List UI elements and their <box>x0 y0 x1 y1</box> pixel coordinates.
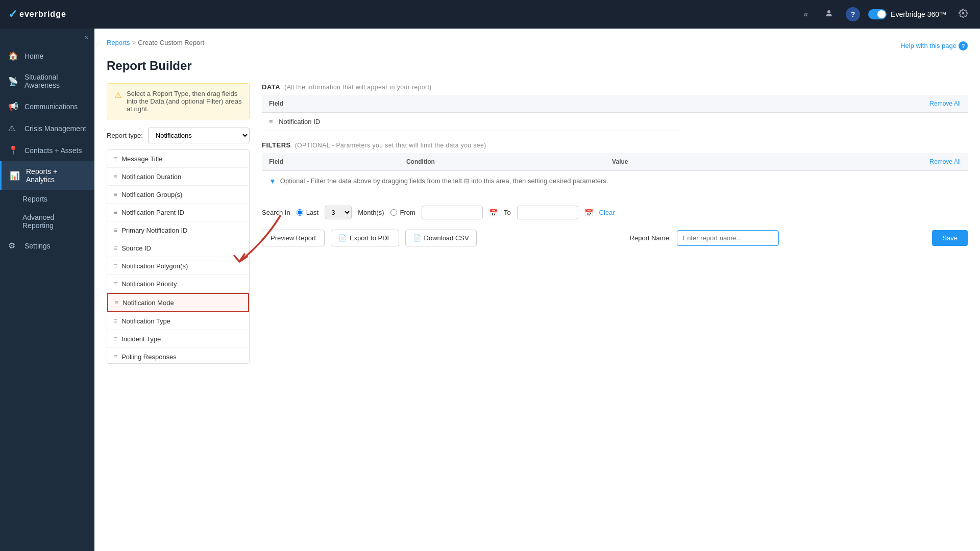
export-pdf-label: Export to PDF <box>350 234 391 242</box>
nav-left: ✓ everbridge <box>8 8 66 21</box>
breadcrumb-parent[interactable]: Reports <box>107 39 130 46</box>
row-field: ≡ Notification ID <box>262 113 679 131</box>
help-button[interactable]: ? <box>846 7 860 21</box>
field-item-notification-type[interactable]: ≡ Notification Type <box>107 312 249 330</box>
field-item-primary-notification-id[interactable]: ≡ Primary Notification ID <box>107 221 249 239</box>
drag-handle-icon: ≡ <box>113 335 117 343</box>
left-panel: ⚠ Select a Report Type, then drag fields… <box>107 83 250 364</box>
communications-icon: 📢 <box>8 102 18 111</box>
svg-point-0 <box>827 10 830 13</box>
breadcrumb-separator: > <box>132 39 136 46</box>
logo-text: everbridge <box>19 10 66 19</box>
sidebar-item-reports[interactable]: 📊 Reports + Analytics <box>0 161 94 190</box>
sidebar-item-situational[interactable]: 📡 Situational Awareness <box>0 67 94 95</box>
toggle-switch[interactable] <box>868 9 887 19</box>
field-item-notification-parent-id[interactable]: ≡ Notification Parent ID <box>107 204 249 221</box>
report-type-select[interactable]: Notifications Messages Contacts Groups <box>148 128 250 143</box>
breadcrumb-current: Create Custom Report <box>138 39 204 46</box>
toggle-label: Everbridge 360™ <box>891 10 946 18</box>
sidebar-item-crisis[interactable]: ⚠ Crisis Management <box>0 117 94 139</box>
sidebar-item-label-situational: Situational Awareness <box>24 73 86 89</box>
data-remove-all[interactable]: Remove All <box>679 95 968 113</box>
clear-link[interactable]: Clear <box>599 209 615 216</box>
drag-handle-icon: ≡ <box>114 298 118 307</box>
settings-icon-button[interactable] <box>954 7 972 22</box>
field-label: Primary Notification ID <box>121 227 187 234</box>
notification-id-value: Notification ID <box>279 118 320 126</box>
filters-title-text: FILTERS <box>262 141 291 149</box>
sidebar-collapse-button[interactable]: « <box>0 29 94 45</box>
help-link[interactable]: Help with this page ? <box>900 41 968 51</box>
radio-from-text: From <box>400 209 415 216</box>
data-section-title: DATA (All the information that will appe… <box>262 83 968 91</box>
sidebar-item-label-contacts: Contacts + Assets <box>24 146 82 155</box>
user-profile-button[interactable] <box>820 7 838 22</box>
date-from-input[interactable] <box>422 206 483 219</box>
sidebar-item-label-settings: Settings <box>24 242 51 250</box>
info-icon: ⚠ <box>114 90 121 113</box>
month-select[interactable]: 3 1 2 6 12 <box>325 206 352 219</box>
drag-handle-icon: ≡ <box>113 353 117 361</box>
double-chevron-button[interactable]: « <box>799 8 812 21</box>
download-csv-button[interactable]: 📄 Download CSV <box>405 230 477 246</box>
field-item-notification-polygon[interactable]: ≡ Notification Polygon(s) <box>107 257 249 275</box>
field-item-incident-type[interactable]: ≡ Incident Type <box>107 330 249 348</box>
field-item-notification-priority[interactable]: ≡ Notification Priority <box>107 275 249 293</box>
radio-last[interactable] <box>297 209 303 216</box>
sidebar-item-home[interactable]: 🏠 Home <box>0 45 94 67</box>
sidebar-sub-item-reports[interactable]: Reports <box>0 190 94 208</box>
field-item-source-id[interactable]: ≡ Source ID <box>107 239 249 257</box>
field-label: Source ID <box>121 244 151 252</box>
filters-section-title: FILTERS (OPTIONAL - Parameters you set t… <box>262 141 968 149</box>
preview-report-button[interactable]: Preview Report <box>262 230 325 246</box>
drag-handle-icon: ≡ <box>113 172 117 181</box>
everbridge-toggle-container: Everbridge 360™ <box>868 9 946 19</box>
sidebar-item-communications[interactable]: 📢 Communications <box>0 95 94 117</box>
sidebar-item-settings[interactable]: ⚙ Settings <box>0 235 94 257</box>
fields-list: ≡ Message Title ≡ Notification Duration … <box>107 149 250 364</box>
sidebar-item-label-home: Home <box>24 52 43 60</box>
nav-right: « ? Everbridge 360™ <box>799 7 972 22</box>
filter-hint: ▼ Optional - Filter the data above by dr… <box>262 171 968 191</box>
field-item-polling-responses[interactable]: ≡ Polling Responses <box>107 348 249 364</box>
sidebar-sub-item-advanced[interactable]: Advanced Reporting <box>0 208 94 235</box>
field-label: Notification Duration <box>121 173 181 181</box>
sidebar-item-contacts[interactable]: 📍 Contacts + Assets <box>0 139 94 161</box>
field-item-message-title[interactable]: ≡ Message Title <box>107 150 249 168</box>
drag-handle-icon: ≡ <box>113 208 117 216</box>
settings-icon: ⚙ <box>8 241 18 251</box>
field-item-notification-mode[interactable]: ≡ Notification Mode <box>107 293 249 312</box>
breadcrumb: Reports > Create Custom Report <box>107 39 204 46</box>
report-name-input[interactable] <box>677 230 779 246</box>
sidebar-item-label-reports: Reports + Analytics <box>26 167 86 184</box>
date-to-input[interactable] <box>517 206 578 219</box>
app-logo: ✓ everbridge <box>8 8 66 21</box>
field-item-notification-groups[interactable]: ≡ Notification Group(s) <box>107 186 249 204</box>
drag-handle-icon: ≡ <box>113 226 117 234</box>
to-label: To <box>504 209 511 216</box>
filter-field-header: Field <box>262 153 399 171</box>
sidebar: « 🏠 Home 📡 Situational Awareness 📢 Commu… <box>0 29 94 551</box>
radio-from-label[interactable]: From <box>390 209 415 216</box>
filter-funnel-icon: ▼ <box>269 177 276 185</box>
filters-table: Field Condition Value Remove All ▼ Optio… <box>262 153 968 191</box>
radio-from[interactable] <box>390 209 397 216</box>
field-item-notification-duration[interactable]: ≡ Notification Duration <box>107 168 249 186</box>
help-circle-icon: ? <box>959 41 968 51</box>
save-button[interactable]: Save <box>932 230 968 246</box>
download-csv-label: Download CSV <box>424 234 469 242</box>
calendar-to-icon[interactable]: 📅 <box>584 209 593 217</box>
calendar-from-icon[interactable]: 📅 <box>489 209 498 217</box>
info-box: ⚠ Select a Report Type, then drag fields… <box>107 83 250 119</box>
download-csv-icon: 📄 <box>413 234 421 242</box>
filter-hint-text: Optional - Filter the data above by drag… <box>280 177 608 185</box>
crisis-icon: ⚠ <box>8 123 18 133</box>
radio-last-label[interactable]: Last <box>297 209 319 216</box>
logo-checkmark: ✓ <box>8 8 17 21</box>
filter-hint-row: ▼ Optional - Filter the data above by dr… <box>262 171 968 192</box>
sidebar-item-label-communications: Communications <box>24 103 78 111</box>
field-label: Notification Priority <box>121 280 177 288</box>
data-table: Field Remove All ≡ Notification ID <box>262 95 968 131</box>
filter-remove-all[interactable]: Remove All <box>750 153 968 171</box>
export-pdf-button[interactable]: 📄 Export to PDF <box>331 230 399 246</box>
